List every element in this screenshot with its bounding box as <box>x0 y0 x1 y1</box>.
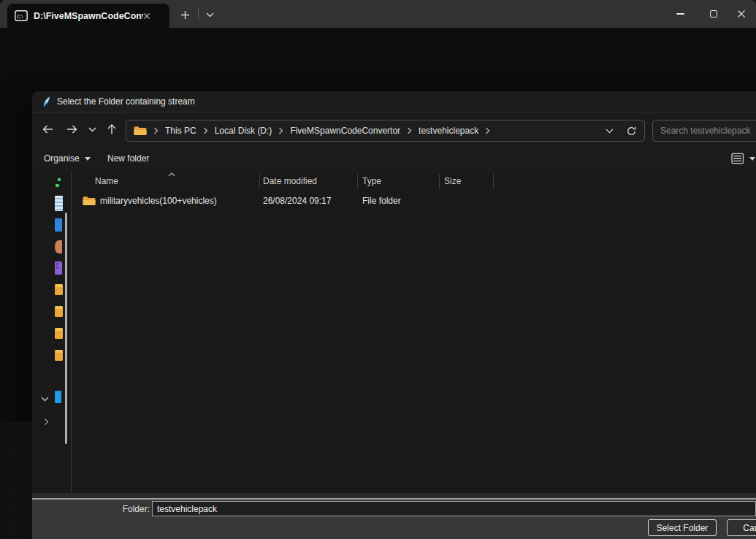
file-row[interactable]: militaryvehicles(100+vehicles) 26/08/202… <box>72 191 756 210</box>
maximize-button[interactable] <box>697 0 730 28</box>
tree-icon-detail <box>56 267 58 269</box>
select-folder-button[interactable]: Select Folder <box>648 519 717 536</box>
breadcrumb-chevron-icon[interactable] <box>203 127 208 134</box>
folder-icon <box>134 126 147 136</box>
tree-item[interactable] <box>55 261 62 275</box>
breadcrumb-chevron-icon <box>153 127 159 134</box>
address-history-button[interactable] <box>606 129 614 134</box>
close-button[interactable] <box>727 0 756 28</box>
tree-icon-green <box>58 178 61 181</box>
chevron-right-icon <box>44 418 49 426</box>
view-mode-button[interactable] <box>731 153 744 164</box>
address-bar[interactable]: This PC Local Disk (D:) FiveMSpawnCodeCo… <box>126 120 645 142</box>
tab-dropdown-button[interactable] <box>200 4 219 25</box>
tree-icon-green <box>56 184 59 187</box>
caret-down-icon <box>749 157 755 161</box>
dialog-title: Select the Folder containing stream <box>57 96 195 107</box>
new-folder-label: New folder <box>107 153 149 164</box>
details-view-icon <box>731 153 744 164</box>
tree-scrollbar[interactable] <box>65 213 67 444</box>
svg-text:C:\: C:\ <box>17 14 23 19</box>
terminal-tab-title: D:\FiveMSpawnCodeConvertc <box>34 11 143 21</box>
breadcrumb-chevron-icon[interactable] <box>485 127 490 134</box>
breadcrumb-chevron-icon[interactable] <box>278 127 283 134</box>
terminal-tab[interactable]: C:\ D:\FiveMSpawnCodeConvertc <box>7 4 169 28</box>
column-divider[interactable] <box>357 174 358 188</box>
view-mode-dropdown[interactable] <box>749 157 755 161</box>
tree-item[interactable] <box>55 218 62 232</box>
dialog-title-bar: Select the Folder containing stream <box>32 91 756 112</box>
forward-button[interactable] <box>62 120 81 139</box>
tree-item[interactable] <box>55 328 63 339</box>
up-icon <box>107 123 117 135</box>
tree-item[interactable] <box>55 350 63 361</box>
column-divider[interactable] <box>259 174 260 188</box>
tree-expand-chevron[interactable] <box>39 394 50 404</box>
dialog-footer: Folder: Select Folder Cancel <box>32 500 756 539</box>
caret-down-icon <box>85 157 91 161</box>
feather-icon <box>42 96 50 107</box>
dialog-command-bar: Organise New folder <box>32 148 756 172</box>
column-header-row: Name Date modified Type Size <box>72 172 756 190</box>
minimize-icon <box>676 13 684 15</box>
file-type: File folder <box>362 196 401 206</box>
search-input[interactable] <box>652 120 756 142</box>
footer-divider-band <box>32 493 756 498</box>
up-button[interactable] <box>102 120 121 139</box>
command-prompt-icon: C:\ <box>15 10 28 21</box>
dialog-nav-bar: This PC Local Disk (D:) FiveMSpawnCodeCo… <box>32 112 756 146</box>
cancel-button[interactable]: Cancel <box>727 519 756 536</box>
breadcrumb-chevron-icon[interactable] <box>407 127 412 134</box>
refresh-button[interactable] <box>626 126 637 137</box>
column-header-size[interactable]: Size <box>444 176 461 186</box>
forward-icon <box>66 124 78 134</box>
tree-item[interactable] <box>55 391 61 403</box>
back-button[interactable] <box>38 120 57 139</box>
folder-field-label: Folder: <box>98 504 150 514</box>
back-icon <box>42 124 54 134</box>
organise-button[interactable]: Organise <box>44 153 91 164</box>
tree-item[interactable] <box>55 178 62 188</box>
refresh-icon <box>626 126 637 137</box>
file-date-modified: 26/08/2024 09:17 <box>263 196 331 206</box>
breadcrumb-segment[interactable]: This PC <box>165 126 196 136</box>
column-header-date-modified[interactable]: Date modified <box>263 176 317 186</box>
chevron-down-icon <box>41 397 49 402</box>
column-header-type[interactable]: Type <box>362 176 381 186</box>
column-divider[interactable] <box>439 174 440 188</box>
tree-item[interactable] <box>55 240 62 253</box>
recent-locations-button[interactable] <box>83 120 102 139</box>
terminal-tab-bar: C:\ D:\FiveMSpawnCodeConvertc <box>0 0 756 28</box>
dialog-main-area: Name Date modified Type Size militaryveh… <box>32 172 756 493</box>
minimize-button[interactable] <box>663 0 697 28</box>
breadcrumb-segment[interactable]: testvehiclepack <box>419 126 478 136</box>
select-folder-label: Select Folder <box>657 523 709 533</box>
folder-name-input[interactable] <box>152 501 756 516</box>
column-divider[interactable] <box>493 174 494 188</box>
chevron-down-icon <box>88 127 96 132</box>
tab-bar-separator <box>198 8 199 20</box>
tab-close-icon[interactable] <box>143 12 150 20</box>
maximize-icon <box>710 10 717 18</box>
new-folder-button[interactable]: New folder <box>107 153 149 164</box>
tree-item[interactable] <box>55 306 63 317</box>
history-chevron-icon <box>606 129 614 134</box>
folder-icon <box>83 196 96 206</box>
tree-expand-chevron[interactable] <box>41 416 51 427</box>
breadcrumb-segment[interactable]: FiveMSpawnCodeConvertor <box>290 126 400 136</box>
pane-divider <box>71 172 72 493</box>
select-folder-dialog: Select the Folder containing stream Th <box>32 91 756 539</box>
screen: C:\ D:\FiveMSpawnCodeConvertc <box>0 0 756 539</box>
tree-icon-detail <box>56 263 58 265</box>
tree-item[interactable] <box>55 284 63 295</box>
close-icon <box>737 9 746 18</box>
breadcrumb-segment[interactable]: Local Disk (D:) <box>215 126 272 136</box>
sort-ascending-icon <box>168 169 175 179</box>
column-header-name[interactable]: Name <box>95 176 118 186</box>
cancel-label: Cancel <box>743 523 756 533</box>
new-tab-button[interactable] <box>174 4 196 25</box>
organise-label: Organise <box>44 153 80 164</box>
tree-item[interactable] <box>55 196 63 211</box>
file-name: militaryvehicles(100+vehicles) <box>100 196 217 206</box>
